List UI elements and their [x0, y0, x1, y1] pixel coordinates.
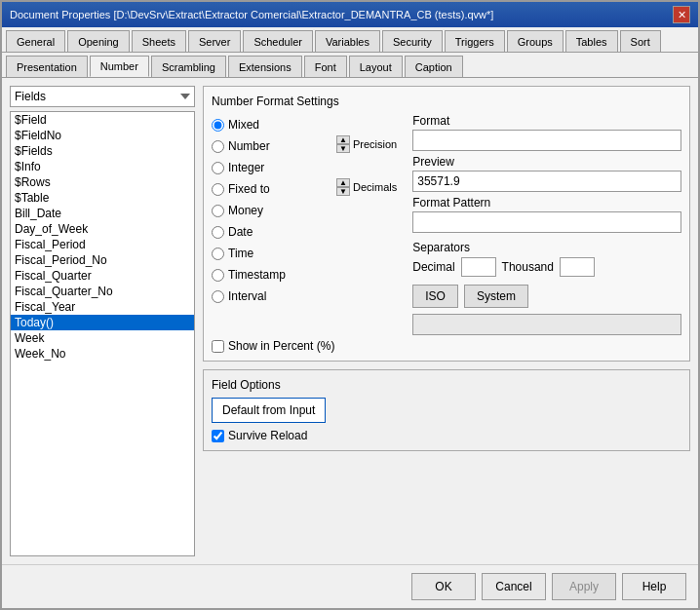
radio-timestamp-label: Timestamp	[228, 268, 286, 282]
apply-button[interactable]: Apply	[552, 573, 616, 600]
radio-timestamp: Timestamp	[212, 264, 329, 286]
decimal-label: Decimal	[412, 260, 454, 274]
radio-timestamp-input[interactable]	[212, 269, 224, 282]
tab-number[interactable]: Number	[90, 56, 149, 77]
show-percent-row: Show in Percent (%)	[212, 339, 681, 353]
format-label: Format	[412, 114, 681, 128]
tab-tables[interactable]: Tables	[565, 30, 618, 52]
radio-number-input[interactable]	[212, 140, 224, 153]
radio-interval-label: Interval	[228, 289, 266, 303]
precision-spin-buttons: ▲ ▼	[336, 135, 350, 153]
tab-variables[interactable]: Variables	[315, 30, 380, 52]
preview-label: Preview	[412, 155, 681, 169]
decimals-up-button[interactable]: ▲	[336, 178, 350, 187]
precision-down-button[interactable]: ▼	[336, 144, 350, 153]
tab-font[interactable]: Font	[304, 56, 347, 77]
spinners-column: ▲ ▼ Precision ▲ ▼ Decimals	[336, 114, 397, 335]
radio-mixed-label: Mixed	[228, 118, 259, 132]
tab-groups[interactable]: Groups	[507, 30, 564, 52]
show-percent-checkbox[interactable]	[212, 340, 224, 353]
radio-money-input[interactable]	[212, 205, 224, 217]
system-button[interactable]: System	[464, 285, 528, 308]
tab-layout[interactable]: Layout	[349, 56, 403, 77]
tab-security[interactable]: Security	[382, 30, 443, 52]
format-pattern-input[interactable]	[412, 211, 681, 233]
window-title: Document Properties [D:\DevSrv\Extract\E…	[10, 9, 493, 20]
list-item[interactable]: Bill_Date	[11, 206, 194, 221]
iso-button[interactable]: ISO	[412, 285, 458, 308]
radio-mixed: Mixed	[212, 114, 329, 135]
format-pattern-label: Format Pattern	[412, 196, 681, 210]
fields-dropdown[interactable]: Fields	[10, 86, 195, 107]
tab-sort[interactable]: Sort	[620, 30, 661, 52]
tab-scheduler[interactable]: Scheduler	[243, 30, 313, 52]
list-item[interactable]: Fiscal_Quarter	[11, 268, 194, 284]
number-main-row: Mixed Number Integer Fixed to	[212, 114, 681, 335]
format-input[interactable]	[412, 130, 681, 151]
list-item[interactable]: $Info	[11, 159, 194, 174]
cancel-button[interactable]: Cancel	[482, 573, 546, 600]
tab-triggers[interactable]: Triggers	[445, 30, 505, 52]
title-bar: Document Properties [D:\DevSrv\Extract\E…	[2, 2, 698, 27]
list-item[interactable]: $Field	[11, 112, 194, 128]
precision-spinner: ▲ ▼ Precision	[336, 135, 397, 153]
format-right-panel: Format Preview Format Pattern Separators	[412, 114, 681, 335]
format-text-label: Format	[412, 114, 449, 128]
decimals-label: Decimals	[353, 181, 397, 193]
ok-button[interactable]: OK	[411, 573, 476, 600]
field-options-box: Field Options Default from Input Survive…	[203, 369, 690, 451]
radio-mixed-input[interactable]	[212, 119, 224, 132]
list-item[interactable]: Day_of_Week	[11, 221, 194, 237]
radio-number-label: Number	[228, 139, 270, 153]
tab-caption[interactable]: Caption	[405, 56, 463, 77]
separators-row: Decimal Thousand	[412, 257, 681, 277]
footer: OK Cancel Apply Help	[2, 564, 698, 608]
tab-scrambling[interactable]: Scrambling	[151, 56, 226, 77]
list-item-today[interactable]: Today()	[11, 315, 194, 330]
tab-sheets[interactable]: Sheets	[132, 30, 186, 52]
radio-integer-input[interactable]	[212, 162, 224, 174]
radio-time-label: Time	[228, 247, 253, 260]
list-item[interactable]: $Fields	[11, 143, 194, 159]
list-item[interactable]: $Table	[11, 190, 194, 206]
radio-fixedto-input[interactable]	[212, 183, 224, 196]
extra-format-input[interactable]	[412, 314, 681, 335]
field-options-title: Field Options	[212, 378, 681, 392]
show-percent-label: Show in Percent (%)	[228, 339, 334, 353]
format-pattern-text: Format Pattern	[412, 196, 490, 210]
decimals-spinner: ▲ ▼ Decimals	[336, 178, 397, 196]
tab-extensions[interactable]: Extensions	[228, 56, 302, 77]
tab-row-2: Presentation Number Scrambling Extension…	[2, 53, 698, 78]
right-panel: Number Format Settings Mixed Number	[203, 86, 690, 556]
radio-time-input[interactable]	[212, 248, 224, 260]
list-item[interactable]: Fiscal_Period	[11, 237, 194, 252]
radio-interval-input[interactable]	[212, 290, 224, 303]
radio-date-input[interactable]	[212, 226, 224, 239]
list-item[interactable]: Week_No	[11, 346, 194, 362]
list-item[interactable]: Fiscal_Period_No	[11, 252, 194, 268]
tab-general[interactable]: General	[6, 30, 65, 52]
tab-presentation[interactable]: Presentation	[6, 56, 88, 77]
list-item[interactable]: $Rows	[11, 174, 194, 190]
radio-integer: Integer	[212, 157, 329, 178]
list-item[interactable]: $FieldNo	[11, 128, 194, 143]
tab-server[interactable]: Server	[188, 30, 241, 52]
help-button[interactable]: Help	[622, 573, 686, 600]
radio-interval: Interval	[212, 286, 329, 307]
separators-label: Separators	[412, 241, 681, 254]
thousand-input[interactable]	[560, 257, 595, 277]
decimal-input[interactable]	[461, 257, 496, 277]
list-item[interactable]: Fiscal_Quarter_No	[11, 284, 194, 299]
radio-fixed-to: Fixed to	[212, 178, 329, 200]
decimals-down-button[interactable]: ▼	[336, 187, 350, 196]
survive-reload-checkbox[interactable]	[212, 430, 224, 442]
tab-opening[interactable]: Opening	[67, 30, 130, 52]
tab-row-1: General Opening Sheets Server Scheduler …	[2, 27, 698, 53]
default-from-input-button[interactable]: Default from Input	[212, 398, 326, 423]
precision-up-button[interactable]: ▲	[336, 135, 350, 144]
close-button[interactable]: ✕	[673, 6, 690, 23]
preview-input[interactable]	[412, 171, 681, 192]
radio-money-label: Money	[228, 204, 263, 217]
list-item[interactable]: Fiscal_Year	[11, 299, 194, 315]
list-item[interactable]: Week	[11, 330, 194, 346]
